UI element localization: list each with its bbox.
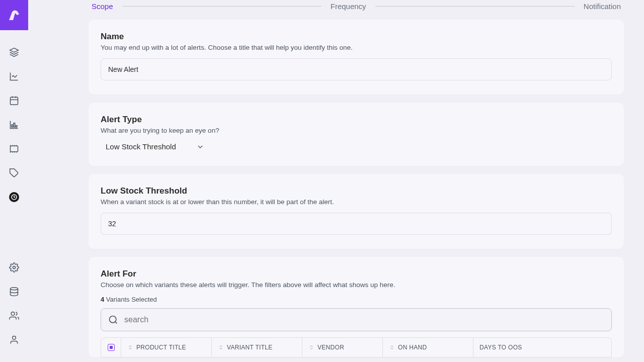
step-divider: [122, 6, 321, 7]
threshold-desc: When a variant stock is at or lower than…: [101, 198, 612, 206]
grid-icon: [9, 144, 19, 154]
nav-bar-chart[interactable]: [4, 113, 24, 137]
th-label: PRODUCT TITLE: [136, 344, 186, 351]
svg-point-20: [11, 288, 18, 290]
checkbox-indeterminate-icon: [108, 344, 115, 351]
th-product-title[interactable]: PRODUCT TITLE: [121, 338, 212, 357]
nav-bottom: [4, 255, 24, 362]
nav-settings[interactable]: [4, 255, 24, 280]
bar-chart-icon: [9, 120, 19, 130]
alert-type-selected: Low Stock Threshold: [106, 142, 176, 151]
alert-for-card: Alert For Choose on which variants these…: [89, 257, 624, 357]
svg-rect-1: [11, 97, 18, 105]
name-title: Name: [101, 32, 612, 42]
nav-calendar[interactable]: [4, 88, 24, 113]
sort-icon: [127, 344, 133, 350]
sidebar: [0, 0, 28, 362]
nav-user[interactable]: [4, 328, 24, 352]
name-input[interactable]: [101, 58, 612, 80]
chevron-down-icon: [196, 143, 204, 151]
search-icon: [108, 315, 118, 325]
tag-icon: [9, 168, 19, 178]
logo[interactable]: [0, 0, 28, 30]
alert-for-title: Alert For: [101, 269, 612, 279]
step-divider: [375, 6, 575, 7]
nav-database[interactable]: [4, 280, 24, 304]
clock-icon: [9, 192, 19, 202]
sort-icon: [389, 344, 395, 350]
sort-icon: [218, 344, 224, 350]
th-label: DAYS TO OOS: [479, 344, 522, 351]
alert-type-card: Alert Type What are you trying to keep a…: [89, 103, 624, 166]
step-frequency[interactable]: Frequency: [331, 2, 366, 11]
svg-rect-6: [14, 123, 15, 127]
th-label: VARIANT TITLE: [227, 344, 273, 351]
gear-icon: [9, 262, 19, 273]
svg-point-22: [13, 336, 16, 340]
nav-layers[interactable]: [4, 40, 24, 64]
calendar-icon: [9, 96, 19, 106]
svg-line-24: [115, 322, 117, 324]
horse-logo-icon: [6, 7, 22, 23]
database-icon: [9, 287, 19, 297]
users-icon: [9, 311, 19, 321]
threshold-title: Low Stock Threshold: [101, 186, 612, 196]
line-chart-icon: [9, 71, 19, 81]
svg-rect-8: [11, 146, 18, 152]
main-content: Scope Frequency Notification Name You ma…: [28, 0, 644, 362]
alert-type-select[interactable]: Low Stock Threshold: [101, 141, 205, 152]
nav-users[interactable]: [4, 304, 24, 328]
nav-alerts[interactable]: [4, 185, 24, 209]
variants-selected-count: 4 Variants Selected: [101, 296, 612, 303]
layers-icon: [9, 47, 19, 57]
step-notification[interactable]: Notification: [584, 2, 621, 11]
alert-type-desc: What are you trying to keep an eye on?: [101, 127, 612, 134]
nav-top: [4, 30, 24, 209]
variant-search[interactable]: [101, 308, 612, 331]
nav-line-chart[interactable]: [4, 64, 24, 88]
th-label: ON HAND: [398, 344, 427, 351]
th-vendor[interactable]: VENDOR: [302, 338, 383, 357]
nav-tag[interactable]: [4, 161, 24, 185]
name-desc: You may end up with a lot of alerts. Cho…: [101, 44, 612, 51]
svg-rect-7: [16, 126, 17, 127]
svg-point-19: [13, 266, 16, 269]
threshold-input[interactable]: [101, 213, 612, 235]
alert-for-desc: Choose on which variants these alerts wi…: [101, 281, 612, 289]
th-checkbox[interactable]: [101, 338, 121, 357]
th-label: VENDOR: [317, 344, 344, 351]
alert-type-title: Alert Type: [101, 115, 612, 125]
svg-rect-5: [12, 125, 13, 127]
step-scope[interactable]: Scope: [92, 2, 113, 11]
stepper: Scope Frequency Notification: [89, 0, 624, 20]
th-days-to-oos[interactable]: DAYS TO OOS: [473, 338, 611, 357]
th-on-hand[interactable]: ON HAND: [383, 338, 473, 357]
svg-marker-0: [10, 48, 19, 52]
sort-icon: [308, 344, 314, 350]
name-card: Name You may end up with a lot of alerts…: [89, 20, 624, 95]
svg-point-23: [110, 316, 116, 323]
variants-table-header: PRODUCT TITLE VARIANT TITLE VENDOR ON HA…: [101, 337, 612, 357]
svg-point-21: [11, 312, 15, 316]
nav-grid[interactable]: [4, 137, 24, 161]
user-icon: [9, 335, 19, 345]
th-variant-title[interactable]: VARIANT TITLE: [212, 338, 302, 357]
nav-more[interactable]: [4, 352, 24, 362]
variant-search-input[interactable]: [124, 315, 604, 324]
threshold-card: Low Stock Threshold When a variant stock…: [89, 174, 624, 249]
